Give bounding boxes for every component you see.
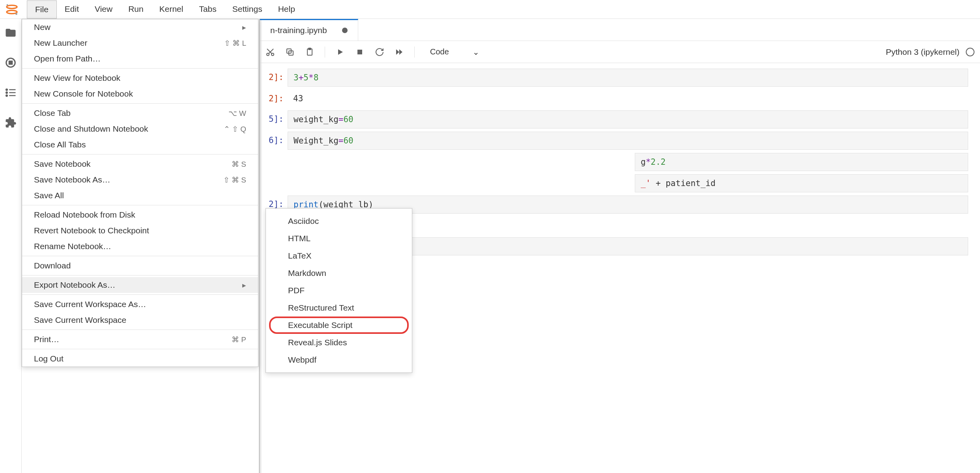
filemenu-close-all-tabs[interactable]: Close All Tabs — [22, 137, 258, 153]
filemenu-label: Save Current Workspace As… — [34, 300, 146, 309]
unsaved-dot-icon — [342, 28, 348, 33]
cell-row: 2]:43 — [264, 90, 968, 107]
svg-marker-23 — [399, 49, 402, 55]
code-cell[interactable]: _' + patient_id — [635, 174, 968, 192]
restart-icon[interactable] — [375, 47, 384, 57]
svg-rect-5 — [9, 61, 12, 64]
menu-separator — [22, 103, 258, 104]
filemenu-rename-notebook-[interactable]: Rename Notebook… — [22, 238, 258, 254]
run-icon[interactable] — [335, 47, 345, 57]
export-pdf[interactable]: PDF — [266, 282, 412, 299]
shortcut-label: ⌃ ⇧ Q — [224, 125, 246, 134]
export-latex[interactable]: LaTeX — [266, 247, 412, 264]
filemenu-reload-notebook-from-disk[interactable]: Reload Notebook from Disk — [22, 207, 258, 223]
filemenu-label: Revert Notebook to Checkpoint — [34, 226, 149, 235]
shortcut-label: ⌘ P — [232, 335, 246, 344]
kernel-status[interactable]: Python 3 (ipykernel) — [886, 47, 974, 57]
filemenu-log-out[interactable]: Log Out — [22, 351, 258, 367]
menu-tabs[interactable]: Tabs — [191, 0, 224, 19]
filemenu-close-tab[interactable]: Close Tab⌥ W — [22, 105, 258, 121]
menu-edit[interactable]: Edit — [57, 0, 87, 19]
filemenu-save-notebook-as-[interactable]: Save Notebook As…⇧ ⌘ S — [22, 172, 258, 188]
file-menu: New▸New Launcher⇧ ⌘ LOpen from Path…New … — [22, 19, 258, 367]
filemenu-label: Export Notebook As… — [34, 280, 116, 290]
extensions-icon[interactable] — [5, 117, 17, 128]
filemenu-save-current-workspace-as-[interactable]: Save Current Workspace As… — [22, 296, 258, 312]
menu-separator — [22, 68, 258, 69]
menu-kernel[interactable]: Kernel — [151, 0, 191, 19]
filemenu-open-from-path-[interactable]: Open from Path… — [22, 51, 258, 67]
svg-rect-21 — [357, 50, 362, 54]
filemenu-label: Close All Tabs — [34, 140, 86, 149]
menu-settings[interactable]: Settings — [224, 0, 270, 19]
code-cell[interactable]: Weight_kg=60 — [288, 132, 968, 150]
filemenu-close-and-shutdown-notebook[interactable]: Close and Shutdown Notebook⌃ ⇧ Q — [22, 121, 258, 137]
folder-icon[interactable] — [5, 27, 17, 39]
export-markdown[interactable]: Markdown — [266, 264, 412, 282]
workspace: New▸New Launcher⇧ ⌘ LOpen from Path…New … — [22, 19, 980, 473]
menu-separator — [22, 205, 258, 205]
menu-file[interactable]: File — [27, 0, 57, 19]
filemenu-label: New Launcher — [34, 38, 87, 48]
filemenu-revert-notebook-to-checkpoint[interactable]: Revert Notebook to Checkpoint — [22, 223, 258, 238]
celltype-select[interactable]: Code ⌄ — [425, 45, 484, 59]
export-asciidoc[interactable]: Asciidoc — [266, 212, 412, 230]
kernel-idle-icon — [966, 48, 974, 56]
svg-marker-20 — [338, 49, 343, 55]
toolbar-separator — [325, 47, 325, 58]
filemenu-new-view-for-notebook[interactable]: New View for Notebook — [22, 70, 258, 86]
paste-icon[interactable] — [305, 47, 314, 57]
shortcut-label: ⇧ ⌘ L — [224, 39, 246, 48]
svg-point-8 — [6, 92, 7, 93]
cell-prompt: 6]: — [264, 132, 288, 145]
menu-help[interactable]: Help — [270, 0, 303, 19]
stop-icon[interactable] — [355, 47, 365, 57]
menubar: FileEditViewRunKernelTabsSettingsHelp — [0, 0, 980, 19]
cut-icon[interactable] — [266, 47, 275, 57]
toolbar-separator — [414, 47, 415, 58]
kernel-name: Python 3 (ipykernel) — [886, 47, 959, 57]
cell-row: _' + patient_id — [264, 174, 968, 192]
filemenu-label: Save Notebook — [34, 159, 91, 169]
filemenu-save-all[interactable]: Save All — [22, 188, 258, 203]
export-reveal-js-slides[interactable]: Reveal.js Slides — [266, 334, 412, 351]
svg-marker-22 — [396, 49, 399, 55]
cell-row: g*2.2 — [264, 153, 968, 171]
filemenu-label: Save All — [34, 191, 64, 200]
filemenu-export-notebook-as-[interactable]: Export Notebook As…▸ — [22, 277, 258, 293]
menu-run[interactable]: Run — [120, 0, 151, 19]
left-rail — [0, 19, 22, 473]
cell-prompt: 2]: — [264, 69, 288, 82]
filemenu-new-console-for-notebook[interactable]: New Console for Notebook — [22, 86, 258, 102]
filemenu-new[interactable]: New▸ — [22, 19, 258, 35]
filemenu-new-launcher[interactable]: New Launcher⇧ ⌘ L — [22, 35, 258, 51]
svg-point-0 — [7, 5, 17, 8]
filemenu-print-[interactable]: Print…⌘ P — [22, 331, 258, 347]
export-executable-script[interactable]: Executable Script — [269, 317, 409, 334]
fastforward-icon[interactable] — [395, 47, 404, 57]
notebook-toolbar: Code ⌄ Python 3 (ipykernel) — [260, 41, 980, 63]
export-submenu: AsciidocHTMLLaTeXMarkdownPDFReStructured… — [266, 208, 412, 373]
export-restructured-text[interactable]: ReStructured Text — [266, 299, 412, 317]
running-icon[interactable] — [5, 57, 17, 69]
celltype-value: Code — [430, 47, 449, 56]
tab-notebook[interactable]: n-training.ipynb — [260, 19, 358, 41]
filemenu-label: Close Tab — [34, 108, 71, 118]
filemenu-label: Close and Shutdown Notebook — [34, 124, 148, 134]
filemenu-save-notebook[interactable]: Save Notebook⌘ S — [22, 156, 258, 172]
code-cell[interactable]: 3+5*8 — [288, 69, 968, 87]
cell-row: 6]:Weight_kg=60 — [264, 132, 968, 150]
export-html[interactable]: HTML — [266, 230, 412, 247]
svg-point-1 — [7, 10, 17, 13]
code-cell[interactable]: g*2.2 — [635, 153, 968, 171]
code-cell[interactable]: weight_kg=60 — [288, 110, 968, 128]
filemenu-save-current-workspace[interactable]: Save Current Workspace — [22, 312, 258, 328]
toc-icon[interactable] — [5, 87, 17, 99]
menu-separator — [22, 330, 258, 330]
copy-icon[interactable] — [285, 47, 295, 57]
menu-view[interactable]: View — [87, 0, 120, 19]
filemenu-label: New — [34, 22, 50, 32]
export-webpdf[interactable]: Webpdf — [266, 351, 412, 369]
filemenu-label: Print… — [34, 335, 59, 344]
filemenu-download[interactable]: Download — [22, 258, 258, 274]
